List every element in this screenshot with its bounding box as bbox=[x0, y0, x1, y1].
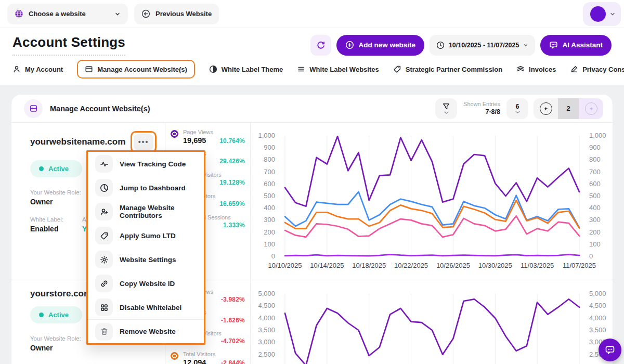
shown-entries-label: Shown Entries bbox=[463, 101, 500, 108]
next-page-button[interactable] bbox=[579, 98, 603, 119]
tab-my-account[interactable]: My Account bbox=[12, 65, 63, 73]
pagination: 2 bbox=[534, 98, 603, 119]
shown-entries-value: 7-8/8 bbox=[463, 108, 500, 116]
chevron-down-icon bbox=[515, 111, 520, 114]
clock-icon bbox=[436, 41, 445, 49]
date-range-picker[interactable]: 10/10/2025 - 11/07/2025 bbox=[430, 35, 536, 56]
account-menu[interactable] bbox=[583, 2, 621, 26]
y-axis-right: 1,0009008007006005004003002001000 bbox=[586, 136, 610, 280]
previous-website-button[interactable]: Previous Website bbox=[134, 4, 219, 24]
tab-strategic-partner-commission[interactable]: Strategic Partner Commission bbox=[393, 65, 502, 73]
menu-item-website-settings[interactable]: Website Settings bbox=[88, 248, 204, 271]
menu-item-disable-whitelabel[interactable]: Disable Whitelabel bbox=[88, 295, 204, 319]
chart-plot: 10/10/202510/14/202510/18/202510/22/2025… bbox=[279, 136, 586, 280]
page-size-select[interactable]: 6 bbox=[506, 98, 528, 119]
date-range-label: 10/10/2025 - 11/07/2025 bbox=[449, 42, 519, 49]
tab-manage-account-websites[interactable]: Manage Account Website(s) bbox=[77, 60, 195, 79]
tab-white-label-websites[interactable]: White Label Websites bbox=[297, 65, 379, 73]
user-icon bbox=[12, 65, 21, 73]
tab-invoices[interactable]: Invoices bbox=[516, 65, 556, 73]
traffic-chart-2: 5,0004,5004,0003,5003,0002,5002,000 10/1… bbox=[251, 280, 613, 364]
page-title: Account Settings bbox=[12, 34, 125, 56]
header-actions: Add new website 10/10/2025 - 11/07/2025 … bbox=[310, 35, 612, 56]
chevron-down-icon bbox=[114, 11, 121, 17]
settings-tabs: My Account Manage Account Website(s) Whi… bbox=[0, 59, 624, 85]
current-page: 2 bbox=[558, 98, 579, 119]
tag-icon bbox=[393, 65, 401, 73]
back-arrow-icon bbox=[141, 9, 150, 18]
ellipsis-icon: ••• bbox=[134, 134, 153, 150]
menu-item-label: View Tracking Code bbox=[120, 160, 186, 168]
refresh-icon bbox=[316, 41, 326, 50]
website-actions-menu: View Tracking Code Jump to Dashboard Man… bbox=[86, 150, 205, 345]
menu-item-apply-sumo-ltd[interactable]: Apply Sumo LTD bbox=[88, 224, 204, 248]
top-bar: Choose a website Previous Website bbox=[0, 0, 624, 28]
website-name: yourwebsitename.com bbox=[30, 137, 125, 147]
menu-item-label: Manage Website Contributors bbox=[120, 204, 197, 219]
gear-icon bbox=[95, 251, 113, 268]
add-new-website-button[interactable]: Add new website bbox=[336, 35, 424, 56]
ai-assistant-button[interactable]: AI Assistant bbox=[540, 35, 612, 56]
panel-header: Manage Account Website(s) Shown Entries … bbox=[11, 95, 613, 123]
choose-website-dropdown[interactable]: Choose a website bbox=[7, 4, 128, 24]
menu-item-label: Remove Website bbox=[120, 328, 176, 335]
y-axis-left: 5,0004,5004,0003,5003,0002,5002,000 bbox=[254, 294, 279, 364]
panel-toolbar: Shown Entries 7-8/8 6 2 bbox=[435, 98, 603, 119]
menu-item-manage-website-contributors[interactable]: Manage Website Contributors bbox=[88, 200, 204, 224]
previous-website-label: Previous Website bbox=[155, 10, 212, 18]
menu-item-copy-website-id[interactable]: Copy Website ID bbox=[88, 271, 204, 295]
panel-title: Manage Account Website(s) bbox=[50, 105, 150, 113]
pie-chart-icon bbox=[95, 179, 113, 197]
menu-item-label: Apply Sumo LTD bbox=[120, 232, 176, 240]
arrow-left-icon bbox=[540, 102, 552, 115]
chat-bubble-icon bbox=[604, 344, 616, 356]
funnel-icon bbox=[442, 102, 450, 111]
tab-label: Invoices bbox=[529, 66, 556, 73]
prev-page-button[interactable] bbox=[534, 98, 558, 119]
globe-icon bbox=[15, 9, 23, 18]
stat-total-visitors: Total Visitors 12,094-2.844% bbox=[171, 351, 245, 364]
chat-icon bbox=[549, 41, 558, 49]
website-actions-button[interactable]: ••• bbox=[131, 131, 157, 153]
user-plus-icon bbox=[95, 203, 113, 220]
arrow-right-icon bbox=[585, 102, 597, 115]
trash-icon bbox=[95, 323, 113, 341]
tab-privacy-consents[interactable]: Privacy Consents bbox=[570, 65, 624, 73]
browser-icon bbox=[85, 65, 93, 73]
traffic-chart-1: 1,0009008007006005004003002001000 10/10/… bbox=[251, 123, 613, 280]
website-name: yourstore.com bbox=[30, 289, 92, 299]
support-chat-button[interactable] bbox=[599, 339, 621, 361]
page: Choose a website Previous Website Accoun… bbox=[0, 0, 624, 364]
white-label-status: White Label: Enabled bbox=[30, 216, 63, 233]
pen-icon bbox=[570, 65, 578, 73]
page-header: Account Settings Add new website 10/10/2… bbox=[0, 28, 624, 59]
total-visitors-icon bbox=[171, 352, 178, 360]
chevron-down-icon bbox=[444, 111, 449, 114]
status-badge: Active bbox=[30, 160, 82, 177]
tab-label: White Label Theme bbox=[222, 66, 283, 73]
tab-white-label-theme[interactable]: White Label Theme bbox=[209, 65, 283, 73]
ai-assistant-label: AI Assistant bbox=[562, 41, 603, 49]
grid-icon bbox=[95, 298, 113, 316]
avatar bbox=[590, 6, 606, 22]
tag-icon bbox=[95, 227, 113, 244]
menu-item-label: Disable Whitelabel bbox=[120, 304, 181, 311]
menu-item-jump-to-dashboard[interactable]: Jump to Dashboard bbox=[88, 176, 204, 200]
tab-label: White Label Websites bbox=[309, 66, 379, 73]
stat-page-views: Page Views 19,69510.764% bbox=[171, 129, 245, 150]
choose-website-label: Choose a website bbox=[29, 10, 86, 18]
page-size-value: 6 bbox=[516, 103, 519, 110]
filter-button[interactable] bbox=[435, 98, 457, 119]
menu-item-label: Copy Website ID bbox=[120, 280, 175, 288]
tab-label: Manage Account Website(s) bbox=[97, 66, 187, 73]
menu-item-remove-website[interactable]: Remove Website bbox=[88, 319, 204, 343]
status-dot-icon bbox=[39, 166, 44, 171]
status-dot-icon bbox=[39, 313, 44, 317]
refresh-button[interactable] bbox=[310, 35, 331, 56]
layers-icon bbox=[516, 65, 525, 73]
page-views-icon bbox=[171, 130, 178, 138]
x-axis-labels: 10/10/202510/14/202510/18/202510/22/2025… bbox=[279, 256, 586, 271]
menu-item-view-tracking-code[interactable]: View Tracking Code bbox=[88, 152, 204, 176]
tab-label: Strategic Partner Commission bbox=[406, 66, 502, 73]
shown-entries: Shown Entries 7-8/8 bbox=[463, 101, 500, 116]
